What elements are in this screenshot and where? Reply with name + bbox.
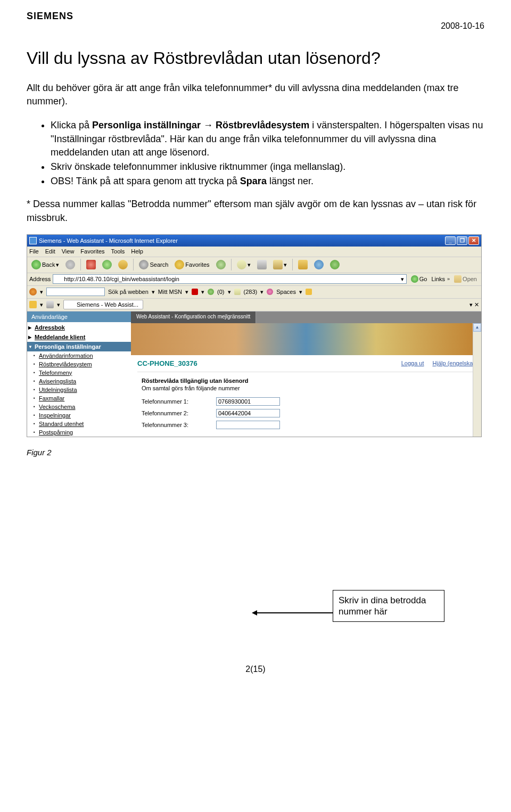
tab-label: Siemens - Web Assist... — [77, 301, 138, 308]
sidebar-item-personliga[interactable]: Personliga inställningar — [27, 342, 131, 351]
text: Röstbrevlådesystem — [216, 120, 309, 130]
banner-image — [131, 323, 481, 355]
phone-row-1: Telefonnummer 1: — [131, 396, 481, 407]
text: → — [201, 120, 216, 130]
sidebar-sub-postsparning[interactable]: Postspårning — [27, 428, 131, 437]
phone-input-3[interactable] — [216, 421, 280, 429]
refresh-button[interactable] — [100, 259, 114, 270]
menu-tools[interactable]: Tools — [111, 248, 125, 255]
blocked-icon — [192, 289, 198, 295]
sidebar-item-adressbok[interactable]: Adressbok — [27, 323, 131, 332]
folder-button[interactable] — [296, 259, 310, 270]
phone-label-2: Telefonnummer 2: — [142, 410, 216, 416]
scroll-up-button[interactable]: ▲ — [473, 323, 481, 332]
edit-button[interactable]: ▾ — [271, 259, 289, 270]
text: Personliga inställningar — [92, 120, 201, 130]
logout-link[interactable]: Logga ut — [401, 360, 424, 366]
spaces-icon — [267, 289, 273, 295]
sidebar-sub-anvandarinfo[interactable]: Användarinformation — [27, 351, 131, 360]
footnote-paragraph: * Dessa nummer kallas "Betrodda nummer" … — [27, 198, 484, 224]
star-icon[interactable] — [29, 301, 37, 308]
browser-tab[interactable]: Siemens - Web Assist... — [63, 300, 143, 309]
msn-search-input[interactable] — [46, 288, 105, 296]
msn-mitt[interactable]: Mitt MSN — [158, 289, 182, 295]
minimize-button[interactable]: _ — [445, 236, 456, 245]
menu-file[interactable]: File — [29, 248, 39, 255]
url-text: http://10.48.70.10/cgi_bin/webassistant/… — [64, 276, 179, 282]
list-item: Klicka på Personliga inställningar → Rös… — [51, 119, 484, 159]
top-tab-webassistant[interactable]: Web Assistant - Konfiguration och mejlgr… — [131, 311, 256, 323]
phone-input-2[interactable] — [216, 409, 280, 417]
menu-bar: File Edit View Favorites Tools Help — [27, 247, 481, 257]
page-icon — [68, 301, 75, 308]
msn-icon — [29, 288, 37, 296]
links-label[interactable]: Links — [431, 276, 445, 282]
go-button[interactable]: Go — [409, 274, 430, 284]
cc-phone-label: CC-PHONE_30376 — [137, 359, 197, 367]
mode-tab[interactable]: Användarläge — [27, 311, 131, 323]
msn-toolbar: ▾ Sök på webben ▾ Mitt MSN ▾ ▾ (0) ▾ (28… — [27, 286, 481, 299]
sidebar-sub-faxmallar[interactable]: Faxmallar — [27, 394, 131, 403]
list-item: OBS! Tänk på att spara genom att trycka … — [51, 175, 484, 188]
sidebar-sub-aviseringslista[interactable]: Aviseringslista — [27, 377, 131, 386]
print-button[interactable] — [255, 259, 269, 270]
msn-spaces[interactable]: Spaces — [276, 289, 296, 295]
stop-button[interactable] — [84, 259, 98, 270]
menu-edit[interactable]: Edit — [45, 248, 55, 255]
phone-row-2: Telefonnummer 2: — [131, 407, 481, 419]
back-button[interactable]: Back ▾ — [29, 259, 61, 270]
address-bar: Address http://10.48.70.10/cgi_bin/webas… — [27, 273, 481, 286]
window-titlebar: Siemens - Web Assistant - Microsoft Inte… — [27, 235, 481, 247]
sidebar-sub-rostbrevlada[interactable]: Röstbrevlådesystem — [27, 360, 131, 368]
main-panel: Web Assistant - Konfiguration och mejlgr… — [131, 311, 481, 437]
tab-icon[interactable] — [46, 301, 54, 308]
top-tabs: Web Assistant - Konfiguration och mejlgr… — [131, 311, 481, 323]
sidebar-item-meddelande[interactable]: Meddelande klient — [27, 332, 131, 342]
address-input[interactable]: http://10.48.70.10/cgi_bin/webassistant/… — [53, 274, 406, 284]
msn-283[interactable]: (283) — [244, 289, 258, 295]
menu-view[interactable]: View — [62, 248, 75, 255]
window-title: Siemens - Web Assistant - Microsoft Inte… — [39, 237, 178, 244]
section-subtitle: Om samtal görs från följande nummer — [131, 385, 481, 396]
maximize-button[interactable]: ❐ — [457, 236, 467, 245]
history-button[interactable] — [214, 259, 228, 270]
home-button[interactable] — [116, 259, 130, 270]
page-number: 2(15) — [27, 665, 484, 674]
favorites-button[interactable]: Favorites — [172, 259, 211, 270]
address-label: Address — [29, 276, 51, 282]
callout-arrow — [253, 612, 333, 613]
search-button[interactable]: Search — [137, 259, 170, 270]
phone-input-1[interactable] — [216, 397, 280, 406]
open-button[interactable]: Open — [452, 274, 479, 284]
help-link[interactable]: Hjälp (engelska) — [433, 360, 475, 366]
close-button[interactable]: ✕ — [468, 236, 479, 245]
text: Spara — [240, 176, 267, 186]
sidebar-sub-inspelningar[interactable]: Inspelningar — [27, 411, 131, 420]
sidebar-sub-utdelningslista[interactable]: Utdelningslista — [27, 386, 131, 394]
text: OBS! Tänk på att spara genom att trycka … — [51, 176, 240, 186]
sidebar-sub-veckoschema[interactable]: Veckoschema — [27, 403, 131, 411]
sidebar-sub-telefonmeny[interactable]: Telefonmeny — [27, 368, 131, 377]
messenger-button[interactable] — [328, 259, 342, 270]
forward-button[interactable] — [63, 259, 77, 270]
phone-label-1: Telefonnummer 1: — [142, 398, 216, 405]
instruction-list: Klicka på Personliga inställningar → Rös… — [51, 119, 484, 188]
page-icon — [55, 276, 62, 282]
toolbar: Back ▾ Search Favorites ▾ ▾ — [27, 257, 481, 273]
sidebar: Användarläge Adressbok Meddelande klient… — [27, 311, 131, 437]
scrollbar[interactable]: ▲ — [473, 323, 481, 437]
siemens-logo: SIEMENS — [27, 11, 484, 22]
section-title: Röstbrevlåda tillgänglig utan lösenord — [131, 375, 481, 385]
msn-zero[interactable]: (0) — [217, 289, 224, 295]
tab-bar: ▾ ▾ Siemens - Web Assist... ▾ ✕ — [27, 299, 481, 311]
ie-icon — [29, 237, 37, 244]
sidebar-sub-standard[interactable]: Standard utenhet — [27, 420, 131, 428]
menu-favorites[interactable]: Favorites — [80, 248, 104, 255]
extra-icon — [306, 289, 312, 295]
msn-search-label[interactable]: Sök på webben — [108, 289, 149, 295]
messenger-icon — [208, 289, 214, 295]
msn-button[interactable] — [312, 259, 326, 270]
phone-row-3: Telefonnummer 3: — [131, 419, 481, 431]
menu-help[interactable]: Help — [131, 248, 143, 255]
mail-button[interactable]: ▾ — [235, 259, 253, 270]
